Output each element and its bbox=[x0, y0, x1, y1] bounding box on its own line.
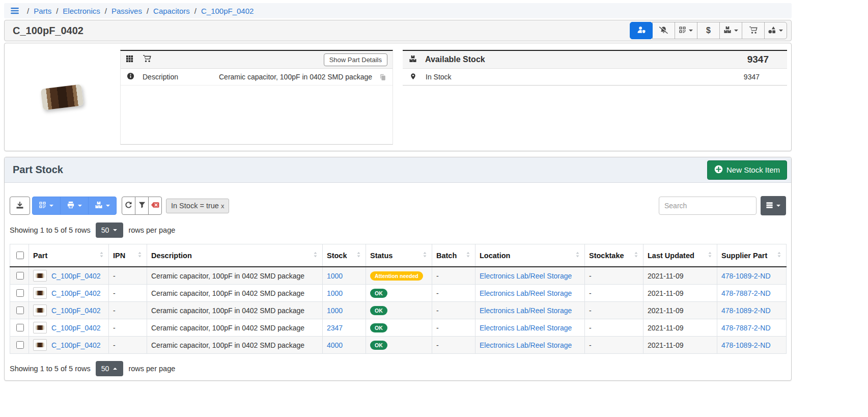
breadcrumb-item-electronics[interactable]: Electronics bbox=[63, 7, 100, 15]
stock-link[interactable]: 4000 bbox=[327, 341, 343, 349]
sort-icon[interactable] bbox=[575, 251, 580, 260]
part-image[interactable] bbox=[5, 43, 119, 151]
part-thumbnail[interactable] bbox=[33, 287, 47, 299]
description-cell: Ceramic capacitor, 100pF in 0402 SMD pac… bbox=[147, 302, 323, 319]
sort-icon[interactable] bbox=[99, 251, 104, 260]
row-select-cell[interactable] bbox=[10, 337, 29, 354]
part-link[interactable]: C_100pF_0402 bbox=[51, 272, 101, 280]
supplier-part-link[interactable]: 478-1089-2-ND bbox=[721, 272, 771, 280]
column-header-status[interactable]: Status bbox=[366, 244, 432, 267]
part-link[interactable]: C_100pF_0402 bbox=[51, 289, 101, 297]
location-link[interactable]: Electronics Lab/Reel Storage bbox=[480, 289, 572, 297]
description-cell: Ceramic capacitor, 100pF in 0402 SMD pac… bbox=[147, 319, 323, 337]
sort-icon[interactable] bbox=[633, 251, 639, 260]
breadcrumb-item-capacitors[interactable]: Capacitors bbox=[153, 7, 190, 15]
caret-up-icon bbox=[113, 365, 118, 373]
column-header-ipn[interactable]: IPN bbox=[109, 244, 147, 267]
breadcrumb-item-passives[interactable]: Passives bbox=[111, 7, 142, 15]
cart-icon bbox=[749, 26, 758, 36]
part-link[interactable]: C_100pF_0402 bbox=[51, 307, 101, 315]
subscribe-button[interactable] bbox=[630, 22, 653, 39]
copy-icon[interactable] bbox=[379, 73, 386, 81]
boxes-icon bbox=[723, 26, 732, 35]
location-link[interactable]: Electronics Lab/Reel Storage bbox=[480, 341, 572, 349]
download-button[interactable] bbox=[10, 197, 30, 215]
supplier-part-link[interactable]: 478-7887-2-ND bbox=[721, 289, 771, 297]
stock-link[interactable]: 1000 bbox=[327, 307, 343, 315]
supplier-part-link[interactable]: 478-7887-2-ND bbox=[721, 324, 771, 332]
capacitor-thumb-image bbox=[36, 343, 44, 347]
table-header-row: PartIPNDescriptionStockStatusBatchLocati… bbox=[10, 244, 787, 267]
row-checkbox[interactable] bbox=[16, 289, 24, 297]
batch-value: - bbox=[436, 341, 439, 349]
sort-icon[interactable] bbox=[776, 251, 782, 260]
column-header-stocktake[interactable]: Stocktake bbox=[585, 244, 643, 267]
show-part-details-button[interactable]: Show Part Details bbox=[324, 53, 387, 66]
row-select-cell[interactable] bbox=[10, 267, 29, 285]
filter-chip[interactable]: In Stock = true x bbox=[166, 199, 229, 213]
order-actions-button[interactable] bbox=[742, 22, 765, 39]
row-checkbox[interactable] bbox=[16, 324, 24, 331]
column-header-description[interactable]: Description bbox=[147, 244, 323, 267]
stock-options-dropdown-button[interactable] bbox=[88, 197, 117, 215]
part-link[interactable]: C_100pF_0402 bbox=[51, 341, 101, 349]
hamburger-menu-icon[interactable] bbox=[10, 6, 19, 15]
row-select-cell[interactable] bbox=[10, 302, 29, 319]
part-thumbnail[interactable] bbox=[33, 270, 47, 282]
supplier-part-link[interactable]: 478-1089-2-ND bbox=[721, 307, 771, 315]
filter-chip-remove[interactable]: x bbox=[221, 202, 225, 210]
select-all-header[interactable] bbox=[10, 244, 29, 267]
stocktake-cell: - bbox=[585, 337, 643, 354]
stock-link[interactable]: 1000 bbox=[327, 289, 343, 297]
column-header-last-updated[interactable]: Last Updated bbox=[643, 244, 717, 267]
refresh-button[interactable] bbox=[122, 197, 135, 215]
breadcrumb-item-c_100pf_0402[interactable]: C_100pF_0402 bbox=[201, 7, 254, 15]
row-checkbox[interactable] bbox=[16, 307, 24, 314]
row-select-cell[interactable] bbox=[10, 285, 29, 302]
location-link[interactable]: Electronics Lab/Reel Storage bbox=[480, 272, 572, 280]
sort-icon[interactable] bbox=[422, 251, 428, 260]
column-header-supplier-part[interactable]: Supplier Part bbox=[717, 244, 787, 267]
pagination-top: Showing 1 to 5 of 5 rows 50 rows per pag… bbox=[10, 223, 786, 238]
breadcrumb-links: /Parts/Electronics/Passives/Capacitors/C… bbox=[22, 7, 254, 15]
column-header-stock[interactable]: Stock bbox=[323, 244, 366, 267]
pagination-bottom: Showing 1 to 5 of 5 rows 50 rows per pag… bbox=[10, 361, 786, 376]
search-input[interactable] bbox=[659, 197, 757, 215]
part-thumbnail[interactable] bbox=[33, 339, 47, 351]
sort-icon[interactable] bbox=[465, 251, 471, 260]
stock-link[interactable]: 1000 bbox=[327, 272, 343, 280]
sort-icon[interactable] bbox=[707, 251, 713, 260]
unsubscribe-button[interactable] bbox=[652, 22, 675, 39]
column-header-part[interactable]: Part bbox=[29, 244, 109, 267]
part-thumbnail[interactable] bbox=[33, 322, 47, 333]
location-link[interactable]: Electronics Lab/Reel Storage bbox=[480, 307, 572, 315]
row-select-cell[interactable] bbox=[10, 319, 29, 337]
table-view-button[interactable] bbox=[761, 196, 786, 215]
select-all-checkbox[interactable] bbox=[16, 252, 24, 259]
table-body: C_100pF_0402-Ceramic capacitor, 100pF in… bbox=[10, 267, 787, 354]
part-actions-button[interactable] bbox=[764, 22, 787, 39]
part-link[interactable]: C_100pF_0402 bbox=[51, 324, 101, 332]
pricing-button[interactable]: $ bbox=[697, 22, 720, 39]
supplier-part-link[interactable]: 478-1089-2-ND bbox=[721, 341, 771, 349]
column-header-location[interactable]: Location bbox=[475, 244, 585, 267]
row-checkbox[interactable] bbox=[16, 272, 24, 280]
barcode-actions-button[interactable] bbox=[675, 22, 697, 39]
row-checkbox[interactable] bbox=[16, 341, 24, 349]
clear-filters-button[interactable] bbox=[148, 197, 162, 215]
stock-link[interactable]: 2347 bbox=[327, 324, 343, 332]
breadcrumb-item-parts[interactable]: Parts bbox=[34, 7, 51, 15]
print-dropdown-button[interactable] bbox=[60, 197, 89, 215]
new-stock-item-button[interactable]: New Stock Item bbox=[707, 160, 787, 180]
sort-icon[interactable] bbox=[313, 251, 318, 260]
barcode-dropdown-button[interactable] bbox=[32, 197, 61, 215]
part-thumbnail[interactable] bbox=[33, 304, 47, 316]
filter-button[interactable] bbox=[135, 197, 149, 215]
page-size-dropdown[interactable]: 50 bbox=[96, 223, 124, 238]
stock-actions-button[interactable] bbox=[719, 22, 742, 39]
column-header-batch[interactable]: Batch bbox=[432, 244, 475, 267]
location-link[interactable]: Electronics Lab/Reel Storage bbox=[480, 324, 572, 332]
sort-icon[interactable] bbox=[137, 251, 143, 260]
sort-icon[interactable] bbox=[356, 251, 361, 260]
page-size-dropup[interactable]: 50 bbox=[96, 361, 124, 376]
